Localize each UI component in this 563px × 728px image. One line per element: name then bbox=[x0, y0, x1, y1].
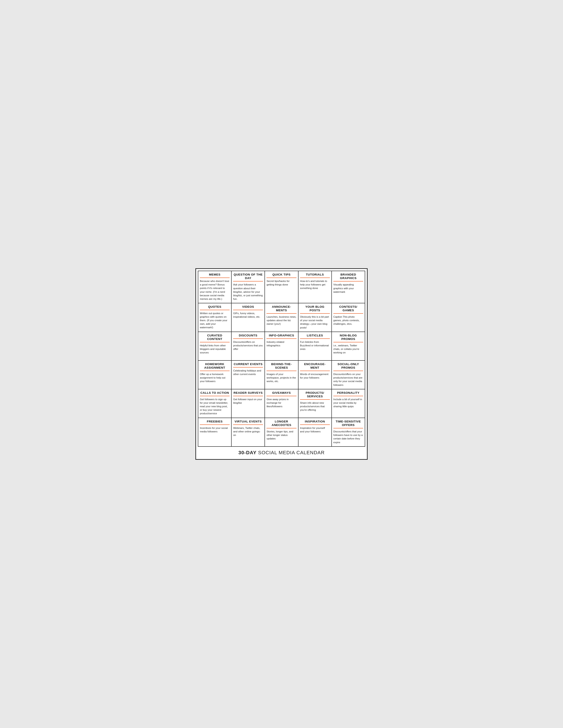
grid-cell-15: HOMEWORK ASSIGNMENTOffer up a homework a… bbox=[198, 361, 231, 389]
footer: 30-DAY SOCIAL MEDIA CALENDAR bbox=[198, 447, 365, 457]
grid-cell-13: LISTICLESFun listicles from Buzzfeed or … bbox=[299, 332, 332, 361]
grid-cell-4: BRANDED GRAPHICSVisually appealing graph… bbox=[332, 271, 365, 303]
grid-cell-22: GIVEAWAYSGive away prizes in exchange fo… bbox=[265, 389, 298, 418]
cell-body-25: Incentives for your social media followe… bbox=[200, 426, 229, 433]
grid-cell-16: CURRENT EVENTSCelebrating holidays and o… bbox=[231, 361, 265, 389]
grid-cell-17: BEHIND-THE-SCENESImages of your workspac… bbox=[265, 361, 298, 389]
cell-title-1: QUESTION OF THE DAY bbox=[233, 273, 263, 281]
grid-cell-26: VIRTUAL EVENTSWebinars, Twitter chats, a… bbox=[231, 418, 265, 447]
cell-body-22: Give away prizes in exchange for likes/f… bbox=[266, 398, 296, 408]
cell-title-9: CONTESTS/ GAMES bbox=[334, 305, 363, 314]
cell-body-18: Words of encouragement for your follower… bbox=[300, 372, 330, 379]
grid-cell-25: FREEBIESIncentives for your social media… bbox=[198, 418, 231, 447]
grid-cell-8: YOUR BLOG POSTSObviously this is a bit p… bbox=[299, 303, 332, 332]
cell-body-28: Inspiration for yourself and your follow… bbox=[300, 426, 330, 433]
cell-body-23: Share info about new products/services t… bbox=[300, 401, 330, 412]
cell-title-21: READER SURVEYS bbox=[233, 391, 263, 396]
cell-body-20: Get followers to sign up for your email … bbox=[200, 398, 229, 415]
grid-cell-10: CURATED CONTENTHelpful links from other … bbox=[198, 332, 231, 361]
cell-body-11: Discounts/offers on products/services th… bbox=[233, 340, 263, 351]
grid-cell-20: CALLS TO ACTIONGet followers to sign up … bbox=[198, 389, 231, 418]
cell-title-11: DISCOUNTS bbox=[233, 334, 263, 339]
cell-body-9: Caption This photo games, photo contests… bbox=[334, 315, 363, 326]
cell-body-13: Fun listicles from Buzzfeed or informati… bbox=[300, 340, 330, 351]
cell-body-7: Launches, business news, updates about t… bbox=[266, 315, 296, 326]
cell-body-19: Discounts/offers on your products/servic… bbox=[334, 372, 363, 387]
grid-cell-11: DISCOUNTSDiscounts/offers on products/se… bbox=[231, 332, 265, 361]
cell-title-16: CURRENT EVENTS bbox=[233, 362, 263, 368]
cell-body-4: Visually appealing graphics with your wa… bbox=[334, 283, 363, 293]
cell-title-19: SOCIAL-ONLY PROMOS bbox=[334, 362, 363, 371]
grid-cell-6: VIDEOSGIFs, funny videos, inspirational … bbox=[231, 303, 265, 332]
cell-title-2: QUICK TIPS bbox=[266, 273, 296, 278]
cell-body-10: Helpful links from other bloggers and re… bbox=[200, 344, 229, 354]
grid-cell-12: INFO-GRAPHICSIndustry-related infographi… bbox=[265, 332, 298, 361]
cell-title-26: VIRTUAL EVENTS bbox=[233, 420, 263, 425]
cell-title-6: VIDEOS bbox=[233, 305, 263, 310]
cell-title-0: MEMES bbox=[200, 273, 229, 278]
cell-title-18: ENCOURAGE-MENT bbox=[300, 362, 330, 371]
grid-cell-2: QUICK TIPSSecret tips/hacks for getting … bbox=[265, 271, 298, 303]
grid-cell-29: TIME-SENSITIVE OFFERSDiscounts/offers th… bbox=[332, 418, 365, 447]
cell-title-14: NON-BLOG PROMOS bbox=[334, 334, 363, 342]
grid-cell-5: QUOTESWritten out quotes or graphics wit… bbox=[198, 303, 231, 332]
cell-title-4: BRANDED GRAPHICS bbox=[334, 273, 363, 281]
cell-body-2: Secret tips/hacks for getting things don… bbox=[266, 279, 296, 286]
grid-cell-9: CONTESTS/ GAMESCaption This photo games,… bbox=[332, 303, 365, 332]
cell-title-23: PRODUCTS/ SERVICES bbox=[300, 391, 330, 400]
cell-title-15: HOMEWORK ASSIGNMENT bbox=[200, 362, 229, 371]
cell-body-24: Include a bit of yourself in your social… bbox=[334, 398, 363, 408]
cell-body-16: Celebrating holidays and other current e… bbox=[233, 369, 263, 376]
grid-cell-19: SOCIAL-ONLY PROMOSDiscounts/offers on yo… bbox=[332, 361, 365, 389]
cell-title-20: CALLS TO ACTION bbox=[200, 391, 229, 396]
cell-title-24: PERSONALITY bbox=[334, 391, 363, 396]
cell-title-10: CURATED CONTENT bbox=[200, 334, 229, 342]
cell-title-29: TIME-SENSITIVE OFFERS bbox=[334, 420, 363, 428]
cell-body-0: Because who doesn't love a good meme? Bo… bbox=[200, 279, 229, 301]
cell-title-22: GIVEAWAYS bbox=[266, 391, 296, 396]
grid-cell-0: MEMESBecause who doesn't love a good mem… bbox=[198, 271, 231, 303]
cell-title-27: LONGER ANECDOTES bbox=[266, 420, 296, 428]
grid-cell-24: PERSONALITYInclude a bit of yourself in … bbox=[332, 389, 365, 418]
cell-title-28: INSPIRATION bbox=[300, 420, 330, 425]
cell-title-12: INFO-GRAPHICS bbox=[266, 334, 296, 339]
cell-body-26: Webinars, Twitter chats, and other onlin… bbox=[233, 426, 263, 437]
grid-cell-28: INSPIRATIONInspiration for yourself and … bbox=[299, 418, 332, 447]
cell-title-7: ANNOUNCE-MENTS bbox=[266, 305, 296, 314]
grid-cell-23: PRODUCTS/ SERVICESShare info about new p… bbox=[299, 389, 332, 418]
cell-body-29: Discounts/offers that your followers hav… bbox=[334, 430, 363, 444]
cell-title-13: LISTICLES bbox=[300, 334, 330, 339]
grid-cell-18: ENCOURAGE-MENTWords of encouragement for… bbox=[299, 361, 332, 389]
cell-body-5: Written out quotes or graphics with quot… bbox=[200, 311, 229, 329]
footer-bold: 30-DAY bbox=[238, 450, 256, 455]
cell-title-3: TUTORIALS bbox=[300, 273, 330, 278]
cell-body-27: Stories, longer tips, and other longer s… bbox=[266, 430, 296, 440]
cell-title-25: FREEBIES bbox=[200, 420, 229, 425]
grid-cell-27: LONGER ANECDOTESStories, longer tips, an… bbox=[265, 418, 298, 447]
grid-cell-1: QUESTION OF THE DAYAsk your followers a … bbox=[231, 271, 265, 303]
cell-body-1: Ask your followers a question about thei… bbox=[233, 283, 263, 300]
grid-cell-3: TUTORIALSHow-to's and tutorials to help … bbox=[299, 271, 332, 303]
footer-rest: SOCIAL MEDIA CALENDAR bbox=[256, 450, 325, 455]
cell-body-6: GIFs, funny videos, inspirational videos… bbox=[233, 311, 263, 319]
cell-body-21: Get follower input on your blog/biz bbox=[233, 398, 263, 405]
grid-cell-21: READER SURVEYSGet follower input on your… bbox=[231, 389, 265, 418]
cell-title-5: QUOTES bbox=[200, 305, 229, 310]
grid-cell-14: NON-BLOG PROMOSi.e., webinars, Twitter c… bbox=[332, 332, 365, 361]
content-grid: MEMESBecause who doesn't love a good mem… bbox=[198, 271, 365, 447]
grid-cell-7: ANNOUNCE-MENTSLaunches, business news, u… bbox=[265, 303, 298, 332]
page: MEMESBecause who doesn't love a good mem… bbox=[195, 268, 368, 460]
cell-body-12: Industry-related infographics bbox=[266, 340, 296, 347]
cell-title-8: YOUR BLOG POSTS bbox=[300, 305, 330, 314]
cell-body-15: Offer up a homework assignment to help o… bbox=[200, 372, 229, 383]
cell-title-17: BEHIND-THE-SCENES bbox=[266, 362, 296, 371]
cell-body-8: Obviously this is a bit part of your soc… bbox=[300, 315, 330, 329]
cell-body-17: Images of your workspace, projects in th… bbox=[266, 372, 296, 383]
cell-body-3: How-to's and tutorials to help your foll… bbox=[300, 279, 330, 290]
cell-body-14: i.e., webinars, Twitter chats, or collab… bbox=[334, 344, 363, 354]
